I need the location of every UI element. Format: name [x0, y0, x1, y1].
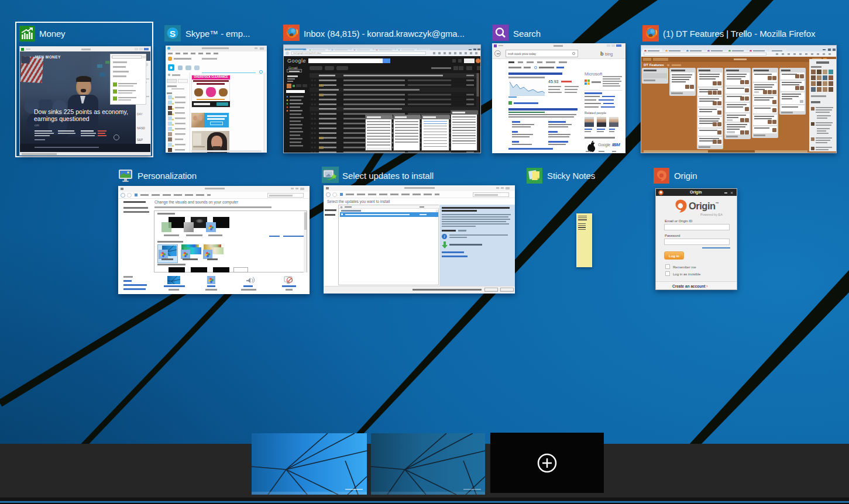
svg-text:S: S	[170, 29, 176, 39]
